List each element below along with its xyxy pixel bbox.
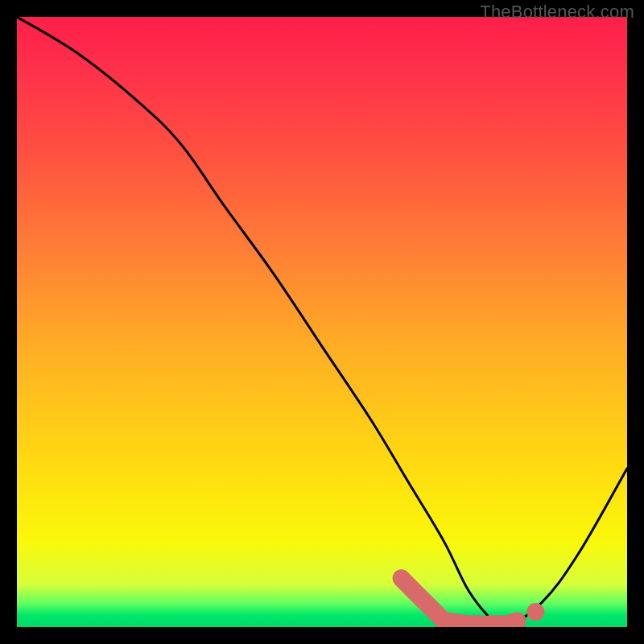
bottleneck-curve (17, 17, 627, 627)
plot-area (17, 17, 627, 627)
highlight-valley-left (402, 578, 481, 624)
accent-highlight (402, 578, 545, 624)
watermark-text: TheBottleneck.com (480, 2, 634, 23)
chart-container: TheBottleneck.com (0, 0, 644, 644)
chart-overlay (17, 17, 627, 627)
highlight-dot (526, 603, 544, 621)
highlight-dash-2 (508, 621, 517, 624)
